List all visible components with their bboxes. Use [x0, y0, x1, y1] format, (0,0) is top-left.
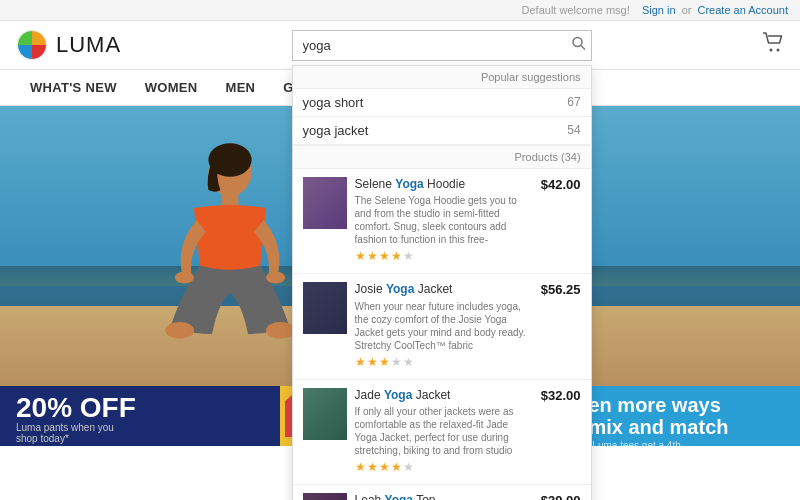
product-thumb-3	[303, 388, 347, 440]
product-link-1[interactable]: Yoga	[395, 177, 423, 191]
product-row-2[interactable]: Josie Yoga Jacket When your near future …	[293, 274, 591, 380]
product-row-1[interactable]: Selene Yoga Hoodie The Selene Yoga Hoodi…	[293, 169, 591, 275]
svg-point-8	[266, 322, 295, 339]
product-thumb-1	[303, 177, 347, 229]
suggestion-row-2[interactable]: yoga jacket 54	[293, 117, 591, 145]
strip-right-title: Even more ways to mix and match	[564, 394, 786, 438]
search-input[interactable]	[292, 30, 592, 61]
product-name-1: Selene Yoga Hoodie	[355, 177, 533, 193]
nav-whats-new[interactable]: What's New	[16, 70, 131, 105]
product-info-4: Leah Yoga Top The Leah Yoga Top offers a…	[355, 493, 533, 500]
product-desc-2: When your near future includes yoga, the…	[355, 300, 533, 352]
suggestion-row[interactable]: yoga short 67	[293, 89, 591, 117]
svg-point-1	[573, 38, 582, 47]
product-desc-3: If only all your other jackets were as c…	[355, 405, 533, 457]
product-row-3[interactable]: Jade Yoga Jacket If only all your other …	[293, 380, 591, 486]
suggestion-text-2: yoga jacket	[303, 123, 369, 138]
signin-link[interactable]: Sign in	[642, 4, 676, 16]
welcome-message: Default welcome msg!	[522, 4, 630, 16]
product-stars-2: ★★★★★	[355, 355, 533, 369]
product-info-1: Selene Yoga Hoodie The Selene Yoga Hoodi…	[355, 177, 533, 266]
logo-text: LUMA	[56, 32, 121, 58]
product-price-3: $32.00	[541, 388, 581, 403]
product-row-4[interactable]: Leah Yoga Top The Leah Yoga Top offers a…	[293, 485, 591, 500]
suggestion-text-1: yoga short	[303, 95, 364, 110]
svg-point-3	[770, 48, 773, 51]
svg-point-10	[266, 272, 285, 284]
strip-discount: 20% OFF	[16, 394, 264, 422]
suggestion-count-2: 54	[567, 123, 580, 138]
nav-men[interactable]: Men	[212, 70, 270, 105]
strip-desc: Luma pants when you	[16, 422, 264, 433]
strip-desc2: shop today*	[16, 433, 264, 444]
product-price-2: $56.25	[541, 282, 581, 297]
product-price-1: $42.00	[541, 177, 581, 192]
strip-promo-left: 20% OFF Luma pants when you shop today*	[0, 386, 280, 446]
product-stars-3: ★★★★★	[355, 460, 533, 474]
product-stars-1: ★★★★★	[355, 249, 533, 263]
svg-point-4	[777, 48, 780, 51]
logo-icon	[16, 29, 48, 61]
svg-point-9	[175, 272, 194, 284]
product-link-2[interactable]: Yoga	[386, 282, 414, 296]
product-name-4: Leah Yoga Top	[355, 493, 533, 500]
header: LUMA Popular suggestions yoga short 67 y…	[0, 21, 800, 70]
search-wrapper: Popular suggestions yoga short 67 yoga j…	[292, 30, 592, 61]
product-name-2: Josie Yoga Jacket	[355, 282, 533, 298]
create-account-link[interactable]: Create an Account	[697, 4, 788, 16]
suggestions-label: Popular suggestions	[293, 66, 591, 89]
logo: LUMA	[16, 29, 121, 61]
suggestion-count-1: 67	[567, 95, 580, 110]
product-thumb-2	[303, 282, 347, 334]
cart-icon[interactable]	[762, 32, 784, 59]
search-button[interactable]	[572, 37, 586, 54]
or-separator: or	[682, 4, 692, 16]
svg-line-2	[581, 46, 585, 50]
search-icon	[572, 37, 586, 51]
product-info-2: Josie Yoga Jacket When your near future …	[355, 282, 533, 371]
products-label: Products (34)	[293, 145, 591, 169]
nav-women[interactable]: Women	[131, 70, 212, 105]
product-desc-1: The Selene Yoga Hoodie gets you to and f…	[355, 194, 533, 246]
svg-point-7	[165, 322, 194, 339]
product-thumb-4	[303, 493, 347, 500]
product-price-4: $39.00	[541, 493, 581, 500]
product-link-3[interactable]: Yoga	[384, 388, 412, 402]
strip-right-subtitle: Buy 3 Luma tees get a 4th	[564, 440, 786, 446]
top-bar: Default welcome msg! Sign in or Create a…	[0, 0, 800, 21]
product-link-4[interactable]: Yoga	[385, 493, 413, 500]
product-name-3: Jade Yoga Jacket	[355, 388, 533, 404]
product-info-3: Jade Yoga Jacket If only all your other …	[355, 388, 533, 477]
search-dropdown: Popular suggestions yoga short 67 yoga j…	[292, 65, 592, 501]
